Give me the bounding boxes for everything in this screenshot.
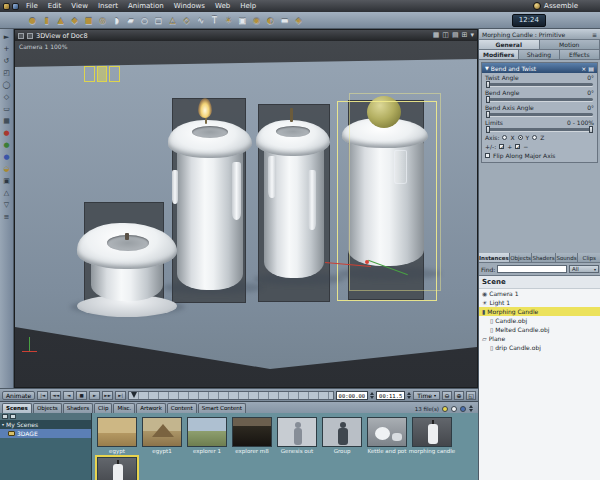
wireframe-display-icon[interactable]: ▽: [1, 200, 12, 211]
thumbnail-egypt[interactable]: egypt: [96, 417, 138, 454]
jump-end-button[interactable]: ►|: [115, 391, 126, 400]
modifier-options-icon[interactable]: ▤: [588, 65, 594, 72]
axis-y-radio[interactable]: [518, 135, 523, 140]
menu-web[interactable]: Web: [210, 0, 235, 12]
candle-model[interactable]: [168, 100, 252, 292]
reference-sphere-red-icon[interactable]: ●: [1, 128, 12, 139]
hot-point-handle[interactable]: [365, 260, 369, 264]
thumbnail-selected-candle[interactable]: [96, 457, 138, 480]
oval-primitive-icon[interactable]: ◗: [110, 14, 123, 27]
minus-checkbox[interactable]: [515, 144, 520, 149]
scene-item-plane[interactable]: ▱ Plane: [479, 334, 600, 343]
thumbnail-morphing-candle[interactable]: morphing candle: [411, 417, 453, 454]
grid-tool-icon[interactable]: ▣: [1, 176, 12, 187]
find-input[interactable]: [497, 265, 567, 273]
limits-max-thumb[interactable]: [589, 126, 593, 133]
tab-sounds[interactable]: Sounds: [556, 253, 579, 262]
time-units-dropdown[interactable]: Time ▾: [413, 391, 440, 400]
tab-shading[interactable]: Shading: [519, 50, 559, 59]
axis-x-radio[interactable]: [502, 135, 507, 140]
paint-tool-icon[interactable]: ▦: [1, 116, 12, 127]
flip-axis-checkbox[interactable]: [485, 153, 490, 158]
thumbnail-genesis-out[interactable]: Genesis out: [276, 417, 318, 454]
tab-content[interactable]: Content: [167, 403, 197, 413]
pyramid-primitive-icon[interactable]: △: [166, 14, 179, 27]
jump-start-button[interactable]: |◄: [37, 391, 48, 400]
zoom-tool-icon[interactable]: ◯: [1, 80, 12, 91]
view-mode-yellow-icon[interactable]: [442, 406, 448, 412]
step-back-button[interactable]: ◄: [63, 391, 74, 400]
cone-display-icon[interactable]: △: [1, 188, 12, 199]
melted-candle-model[interactable]: [77, 209, 177, 321]
reference-sphere-green-icon[interactable]: ●: [1, 140, 12, 151]
play-button[interactable]: ►: [89, 391, 100, 400]
tree-root-my-scenes[interactable]: ▾ My Scenes: [0, 420, 91, 429]
box-primitive-icon[interactable]: ▢: [152, 14, 165, 27]
current-time-field[interactable]: 00:00.00: [336, 391, 369, 400]
end-time-field[interactable]: 00:11.5: [376, 391, 405, 400]
cube-primitive-icon[interactable]: ■: [82, 14, 95, 27]
plane-primitive-icon[interactable]: ▰: [124, 14, 137, 27]
zoom-out-icon[interactable]: ⊖: [442, 391, 452, 400]
camera-object-icon[interactable]: ▣: [236, 14, 249, 27]
tab-effects[interactable]: Effects: [560, 50, 600, 59]
tree-item-3dage[interactable]: 3DAGE: [0, 429, 91, 438]
target-helper-icon[interactable]: ◉: [250, 14, 263, 27]
thumbnail-explorer-m8[interactable]: explorer m8: [231, 417, 273, 454]
pen-tool-icon[interactable]: [12, 3, 19, 10]
twist-angle-value[interactable]: 0°: [587, 74, 594, 81]
select-tool-icon[interactable]: ►: [1, 32, 12, 43]
playhead-marker[interactable]: [131, 392, 137, 398]
thumbnail-kettle-and-pot[interactable]: Kettle and pot: [366, 417, 408, 454]
bend-axis-angle-slider-thumb[interactable]: [486, 111, 490, 118]
move-tool-icon[interactable]: +: [1, 44, 12, 55]
scene-item-morphing-candle[interactable]: ▮ Morphing Candle: [479, 307, 600, 316]
scene-item-camera[interactable]: ◉ Camera 1: [479, 289, 600, 298]
torus-primitive-icon[interactable]: ◎: [96, 14, 109, 27]
vertex-object-icon[interactable]: ◆: [68, 14, 81, 27]
twist-angle-slider-thumb[interactable]: [486, 81, 490, 88]
text-object-icon[interactable]: T: [208, 14, 221, 27]
tab-objects-browser[interactable]: Objects: [33, 403, 62, 413]
modifier-object-icon[interactable]: ◈: [292, 14, 305, 27]
tab-instances[interactable]: Instances: [479, 253, 510, 262]
light-object-icon[interactable]: ☀: [222, 14, 235, 27]
plus-checkbox[interactable]: [499, 144, 504, 149]
rotate-tool-icon[interactable]: ↺: [1, 56, 12, 67]
add-folder-icon[interactable]: [2, 414, 8, 419]
cone-primitive-icon[interactable]: ▲: [54, 14, 67, 27]
tab-clip[interactable]: Clip: [94, 403, 112, 413]
folder-options-icon[interactable]: [10, 414, 16, 419]
end-time-spinner[interactable]: [407, 392, 411, 399]
stop-button[interactable]: ■: [76, 391, 87, 400]
twist-angle-slider[interactable]: [486, 83, 593, 86]
panel-menu-icon[interactable]: ≡: [592, 31, 597, 38]
scene-item-light[interactable]: ☀ Light 1: [479, 298, 600, 307]
spline-object-icon[interactable]: ∿: [194, 14, 207, 27]
tab-motion[interactable]: Motion: [540, 40, 600, 49]
tab-scenes[interactable]: Scenes: [2, 403, 32, 413]
tab-smart-content[interactable]: Smart Content: [198, 403, 246, 413]
menu-help[interactable]: Help: [235, 0, 261, 12]
eyedropper-tool-icon[interactable]: ▭: [1, 104, 12, 115]
menu-edit[interactable]: Edit: [43, 0, 67, 12]
reference-sphere-gold-icon[interactable]: ◒: [1, 164, 12, 175]
viewport-collapse-icon[interactable]: [27, 33, 33, 39]
bend-angle-value[interactable]: 0°: [587, 89, 594, 96]
limits-range-slider[interactable]: [486, 128, 593, 131]
cylinder-primitive-icon[interactable]: ▮: [40, 14, 53, 27]
scale-tool-icon[interactable]: ◰: [1, 68, 12, 79]
particle-emitter-icon[interactable]: ◐: [264, 14, 277, 27]
thumbnail-group[interactable]: Group: [321, 417, 363, 454]
axis-z-radio[interactable]: [532, 135, 537, 140]
quad-view-icon[interactable]: ▤: [452, 30, 459, 41]
scene-item-candle-obj[interactable]: ▯ Candle.obj: [479, 316, 600, 325]
camera-view-label[interactable]: Camera 1 100%: [19, 43, 67, 50]
modifier-close-icon[interactable]: ×: [581, 65, 586, 72]
pan-tool-icon[interactable]: ◇: [1, 92, 12, 103]
tab-shaders[interactable]: Shaders: [532, 253, 555, 262]
menu-animation[interactable]: Animation: [123, 0, 169, 12]
thumbnail-egypt1[interactable]: egypt1: [141, 417, 183, 454]
tab-general[interactable]: General: [479, 40, 540, 49]
menu-insert[interactable]: Insert: [93, 0, 123, 12]
